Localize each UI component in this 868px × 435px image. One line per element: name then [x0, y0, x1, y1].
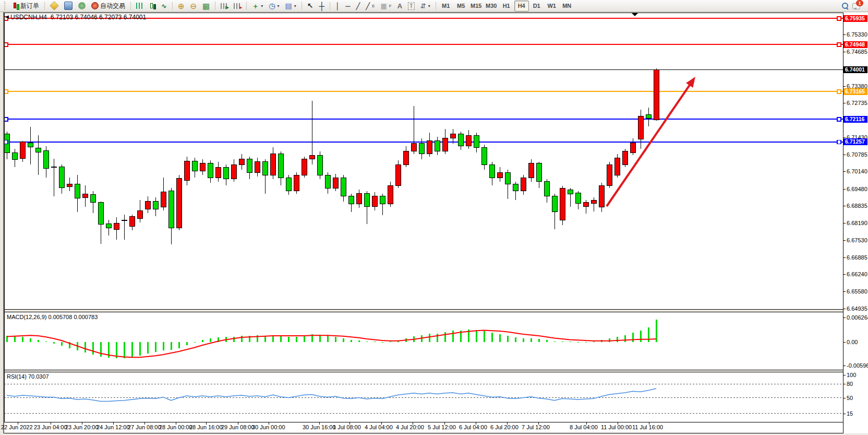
candle-body [161, 192, 166, 207]
zoom-in-button[interactable]: ⊕ [175, 1, 187, 11]
vertical-line-icon: │ [335, 3, 340, 9]
templates-button[interactable]: ▤ ▾ [283, 1, 299, 11]
candle-body [614, 158, 620, 175]
indicators-button[interactable]: ＋ ▾ [249, 1, 266, 11]
macd-indicator-chart[interactable] [4, 312, 843, 370]
candle-body [442, 138, 448, 151]
trend-arrow-head[interactable] [686, 77, 695, 88]
search-icon[interactable] [842, 3, 848, 9]
price-tick-label: 6.70140 [847, 168, 867, 174]
signals-button[interactable] [76, 1, 88, 11]
channel-suffix: E [372, 4, 375, 8]
chart-shift-button[interactable]: ▸ [231, 1, 244, 11]
equidistant-channel-button[interactable]: ╱E [363, 1, 377, 11]
macd-histogram-bar [163, 342, 164, 350]
horizontal-line-button[interactable]: ─ [343, 1, 353, 11]
fibonacci-button[interactable]: ▦F [378, 1, 394, 11]
text-tool-icon: A [397, 3, 402, 9]
timeframe-d1[interactable]: D1 [529, 1, 544, 11]
trendline-button[interactable]: ╱ [353, 1, 363, 11]
price-tick-label: 6.65580 [847, 288, 867, 295]
timeframe-m1[interactable]: M1 [439, 1, 453, 11]
candle-body [474, 135, 479, 147]
axis-tick [843, 155, 846, 155]
candle-body [43, 151, 49, 168]
time-tick-label: 11 Jul 16:00 [632, 424, 663, 430]
candle-body [591, 200, 596, 203]
accounts-button[interactable] [47, 1, 61, 11]
timeframe-h4[interactable]: H4 [514, 1, 529, 11]
text-label-button[interactable]: T [405, 1, 417, 11]
macd-histogram-bar [45, 342, 47, 342]
crosshair-button[interactable]: ┼ [316, 1, 327, 11]
candle-body [403, 151, 408, 164]
macd-histogram-bar [570, 342, 571, 342]
timeframe-m15[interactable]: M15 [469, 1, 484, 11]
main-chart[interactable] [4, 13, 843, 309]
price-badge: 6.74001 [843, 66, 867, 73]
time-tick-label: 29 Jun 08:00 [221, 424, 255, 430]
macd-histogram-bar [617, 337, 618, 342]
timeframe-mn[interactable]: MN [560, 1, 574, 11]
price-tick-label: 6.72735 [847, 100, 867, 106]
main-toolbar: 新订单 自动交易 ∿ ⊕ [0, 0, 868, 12]
candle-body [231, 164, 236, 179]
chat-button[interactable]: 1 [852, 2, 862, 10]
macd-histogram-bar [507, 336, 509, 342]
text-tool-button[interactable]: A [395, 1, 405, 11]
line-handle[interactable] [837, 117, 841, 121]
time-axis[interactable]: 22 Jun 202223 Jun 04:0023 Jun 20:0024 Ju… [4, 422, 843, 433]
timeframe-m5[interactable]: M5 [454, 1, 468, 11]
timeframe-w1[interactable]: W1 [545, 1, 559, 11]
tile-windows-button[interactable]: ▦ [200, 1, 212, 11]
arrows-tool-button[interactable]: ⇵ ▾ [418, 1, 433, 11]
pane-border [4, 13, 5, 433]
periods-button[interactable]: ◷ ▾ [266, 1, 282, 11]
trend-arrow-shaft[interactable] [607, 82, 692, 206]
toolbar-grip[interactable] [4, 2, 7, 10]
price-badge: 6.75935 [843, 15, 867, 22]
macd-histogram-bar [85, 342, 86, 352]
rsi-indicator-chart[interactable] [4, 372, 843, 422]
time-tick-label: 4 Jul 04:00 [365, 424, 393, 430]
line-handle[interactable] [4, 117, 8, 121]
line-handle[interactable] [837, 90, 841, 93]
line-handle[interactable] [4, 140, 8, 144]
candle-body [481, 147, 487, 164]
line-handle[interactable] [837, 140, 841, 144]
candle-body [544, 182, 549, 196]
price-tick-label: 6.68835 [847, 203, 867, 209]
time-tick [413, 422, 413, 425]
macd-histogram-bar [92, 342, 94, 355]
line-handle[interactable] [837, 43, 841, 46]
toolbar-separator [302, 2, 302, 10]
candle-body [607, 164, 612, 185]
new-order-button[interactable]: 新订单 [10, 1, 42, 11]
chart-shift-marker-icon[interactable] [632, 13, 638, 16]
candle-body [419, 144, 424, 154]
bar-chart-button[interactable] [134, 1, 146, 11]
macd-histogram-bar [351, 340, 352, 342]
axis-tick [843, 103, 846, 103]
price-axis[interactable]: 6.753306.746856.733806.727356.714306.707… [843, 13, 868, 433]
auto-scroll-button[interactable]: ▶ [218, 1, 231, 11]
cursor-button[interactable]: ↖ [305, 1, 316, 11]
time-tick [269, 422, 269, 425]
macd-axis-label: 0.00 [847, 339, 858, 345]
chart-gallery-button[interactable] [62, 1, 75, 11]
line-handle[interactable] [4, 90, 8, 93]
notification-badge: 1 [856, 0, 863, 6]
timeframe-h1[interactable]: H1 [499, 1, 514, 11]
axis-tick [843, 375, 846, 375]
vertical-line-button[interactable]: │ [333, 1, 342, 11]
rsi-axis-label: 50 [847, 395, 853, 401]
line-chart-button[interactable]: ∿ [159, 1, 170, 11]
line-handle[interactable] [4, 43, 8, 46]
line-handle[interactable] [837, 17, 841, 20]
timeframe-m30[interactable]: M30 [484, 1, 499, 11]
autotrading-button[interactable]: 自动交易 [89, 1, 128, 11]
candle-body [505, 172, 510, 184]
candlestick-chart-button[interactable] [147, 1, 158, 11]
zoom-out-button[interactable]: ⊖ [187, 1, 199, 11]
time-tick-label: 1 Jul 08:00 [333, 424, 361, 430]
